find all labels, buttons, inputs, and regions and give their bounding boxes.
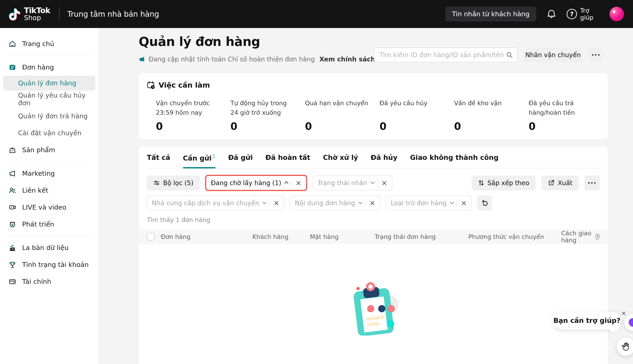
avatar[interactable] [609,7,624,21]
sidebar-item-label: La bàn dữ liệu [22,244,69,252]
todo-stat[interactable]: Đã yêu cầu hủy 0 [380,98,454,132]
sidebar: Trang chủ Đơn hàng Quản lý đơn hàng Quản… [0,28,99,364]
sidebar-item-orders[interactable]: Đơn hàng [0,59,99,76]
filter-chip-label: Trạng thái nhãn [318,179,367,187]
tab-cancelled[interactable]: Đã hủy [371,154,397,168]
sidebar-item-growth[interactable]: Phát triển [0,216,99,232]
search-input[interactable] [379,51,506,59]
tab-failed-delivery[interactable]: Giao không thành công [410,154,499,168]
sidebar-item-order-management[interactable]: Quản lý đơn hàng [3,76,95,90]
todo-stat[interactable]: Đã yêu cầu trả hàng/hoàn tiền 0 [529,98,603,132]
sidebar-item-label: Sản phẩm [22,146,55,154]
table-header-row: Đơn hàng Khách hàng Mặt hàng Trạng thái … [139,229,608,244]
video-camera-icon [9,204,16,211]
notifications-bell-icon[interactable] [547,9,556,19]
tab-badge: 1 [212,154,216,159]
delivery-option-help-icon[interactable]: ? [595,234,599,240]
remove-filter-icon[interactable]: × [461,200,467,206]
wave-hand-button[interactable] [617,338,633,356]
top-header: TikTok Shop Trung tâm nhà bán hàng Tin n… [0,0,633,28]
order-status-tabs: Tất cả Cần gửi1 Đã gửi Đã hoàn tất Chờ x… [147,154,599,168]
shipping-label-button[interactable]: Nhãn vận chuyển [523,48,583,62]
filter-chip-label: Đang chờ lấy hàng (1) [211,179,281,187]
policy-link[interactable]: Xem chính sách [319,56,375,63]
chatbot-icon [629,318,633,327]
orders-icon [9,64,16,71]
search-icon[interactable] [506,51,513,58]
customer-messages-button[interactable]: Tin nhắn từ khách hàng [445,6,536,22]
sidebar-item-label: Đơn hàng [22,64,54,71]
chevron-down-icon[interactable] [263,200,267,204]
sidebar-item-label: Phát triển [22,220,54,228]
people-icon [9,186,16,194]
sidebar-item-finance[interactable]: Tài chính [0,273,99,290]
filter-chip-shipping-provider[interactable]: Nhà cung cấp dịch vụ vận chuyển × [147,196,284,210]
chevron-up-icon[interactable] [284,181,288,185]
sidebar-item-marketing[interactable]: Marketing [0,165,99,182]
sidebar-divider [8,236,90,236]
todo-stat[interactable]: Vận chuyển trước 23:59 hôm nay 0 [156,98,230,132]
filters-button[interactable]: Bộ lọc (5) [147,176,200,190]
products-bag-icon [9,146,16,154]
todo-stat-label: Đã yêu cầu hủy [380,98,443,119]
orders-more-button[interactable]: ··· [585,176,599,190]
filter-sliders-icon [153,180,160,186]
sidebar-item-account-health[interactable]: Tình trạng tài khoản [0,256,99,273]
order-search-box[interactable] [374,48,517,62]
help-bubble[interactable]: Bạn cần trợ giúp? [553,312,621,329]
tab-pending[interactable]: Chờ xử lý [323,154,358,168]
sidebar-item-affiliate[interactable]: Liên kết [0,182,99,199]
sidebar-item-label: Marketing [22,170,55,177]
bar-chart-icon [9,244,16,252]
todo-stat[interactable]: Quá hạn vận chuyển 0 [305,98,380,132]
todo-stat-value: 0 [305,120,380,132]
select-all-checkbox[interactable] [147,233,155,240]
column-header-delivery-option: Cách giao hàng [561,230,593,244]
filter-chip-label-status[interactable]: Trạng thái nhãn × [313,176,392,190]
sidebar-item-live-video[interactable]: LIVE và video [0,199,99,216]
sidebar-item-label: Quản lý đơn trả hàng [18,112,88,120]
sort-button[interactable]: Sắp xếp theo [472,176,536,190]
help-menu[interactable]: ? Trợ giúp [566,7,599,21]
filter-chip-awaiting-collection[interactable]: Đang chờ lấy hàng (1) × [205,175,307,191]
remove-filter-icon[interactable]: × [295,179,302,186]
sidebar-divider [8,55,90,56]
sidebar-item-shipping-settings[interactable]: Cài đặt vận chuyển [0,124,99,141]
medal-star-icon [9,220,16,228]
tiktok-shop-logo[interactable]: TikTok Shop [9,6,50,21]
remove-filter-icon[interactable]: × [369,200,375,206]
tab-shipped[interactable]: Đã gửi [228,154,253,168]
orders-card: Tất cả Cần gửi1 Đã gửi Đã hoàn tất Chờ x… [139,147,608,364]
todo-stat-label: Đã yêu cầu trả hàng/hoàn tiền [529,98,592,119]
dismiss-help-icon[interactable]: × [621,310,626,316]
column-header-items: Mặt hàng [310,233,375,240]
brand-sub: Shop [24,14,50,22]
reset-filters-button[interactable] [477,196,492,210]
filter-chip-exclude-orders[interactable]: Loại trừ đơn hàng × [386,196,472,210]
sidebar-item-returns[interactable]: Quản lý đơn trả hàng [0,108,99,124]
remove-filter-icon[interactable]: × [381,179,387,186]
sidebar-item-label: Tài chính [22,278,51,286]
todo-stat[interactable]: Vấn đề kho vận 0 [454,98,529,132]
chevron-down-icon[interactable] [450,200,454,204]
export-icon [548,180,555,186]
header-more-button[interactable]: ··· [588,48,603,62]
empty-state-illustration [344,278,403,336]
export-button[interactable]: Xuất [541,176,579,190]
filter-chip-order-content[interactable]: Nội dung đơn hàng × [290,196,380,210]
chevron-down-icon[interactable] [358,200,362,204]
filter-chip-label: Nhà cung cấp dịch vụ vận chuyển [152,200,259,207]
chevron-down-icon[interactable] [370,180,375,184]
tab-to-ship[interactable]: Cần gửi1 [183,154,216,168]
announcement-text: Đang cập nhật tính toán Chỉ số hoàn thiệ… [149,56,315,63]
tab-completed[interactable]: Đã hoàn tất [265,154,310,168]
trophy-icon [9,261,16,268]
sidebar-item-products[interactable]: Sản phẩm [0,141,99,158]
todo-stat[interactable]: Tự động hủy trong 24 giờ trở xuống 0 [230,98,305,132]
sidebar-item-data-compass[interactable]: La bàn dữ liệu [0,239,99,256]
sidebar-item-cancellation-requests[interactable]: Quản lý yêu cầu hủy đơn [0,90,99,108]
credit-card-icon [9,278,16,286]
tab-all[interactable]: Tất cả [147,154,170,168]
sidebar-item-home[interactable]: Trang chủ [0,35,99,52]
remove-filter-icon[interactable]: × [273,200,279,206]
